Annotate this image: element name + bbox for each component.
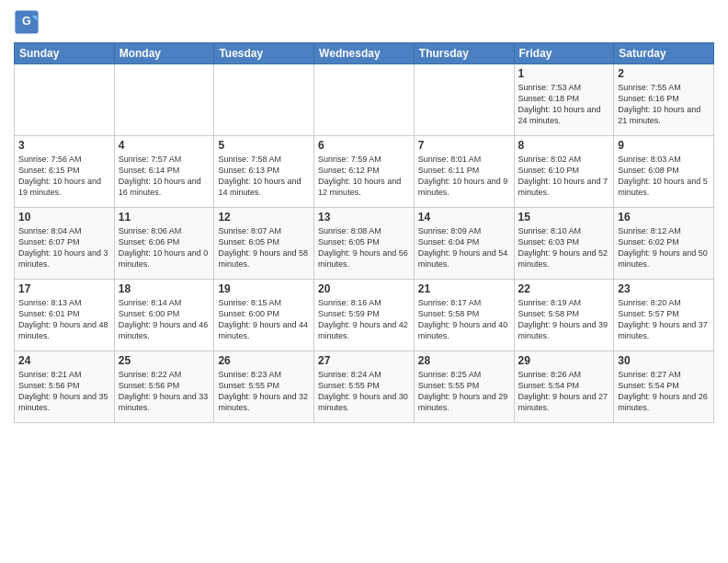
calendar-cell: 25Sunrise: 8:22 AM Sunset: 5:56 PM Dayli…: [114, 351, 214, 423]
day-number: 17: [18, 282, 110, 295]
day-number: 4: [119, 139, 210, 152]
calendar-cell: 4Sunrise: 7:57 AM Sunset: 6:14 PM Daylig…: [114, 136, 214, 208]
calendar-cell: 10Sunrise: 8:04 AM Sunset: 6:07 PM Dayli…: [15, 208, 115, 280]
day-header-sunday: Sunday: [15, 43, 115, 64]
day-number: 23: [618, 282, 710, 295]
calendar-cell: 13Sunrise: 8:08 AM Sunset: 6:05 PM Dayli…: [314, 208, 415, 280]
day-header-monday: Monday: [114, 43, 214, 64]
calendar-cell: 5Sunrise: 7:58 AM Sunset: 6:13 PM Daylig…: [214, 136, 314, 208]
calendar-cell: 28Sunrise: 8:25 AM Sunset: 5:55 PM Dayli…: [414, 351, 514, 423]
day-info: Sunrise: 8:08 AM Sunset: 6:05 PM Dayligh…: [318, 225, 410, 270]
calendar-cell: [414, 64, 514, 136]
day-header-friday: Friday: [514, 43, 614, 64]
week-row-4: 17Sunrise: 8:13 AM Sunset: 6:01 PM Dayli…: [15, 280, 714, 351]
week-row-1: 1Sunrise: 7:53 AM Sunset: 6:18 PM Daylig…: [15, 64, 714, 136]
day-number: 15: [518, 211, 610, 224]
day-info: Sunrise: 8:03 AM Sunset: 6:08 PM Dayligh…: [618, 154, 710, 199]
day-number: 27: [318, 354, 410, 367]
calendar-cell: [114, 64, 214, 136]
day-info: Sunrise: 8:04 AM Sunset: 6:07 PM Dayligh…: [18, 225, 110, 270]
week-row-5: 24Sunrise: 8:21 AM Sunset: 5:56 PM Dayli…: [15, 351, 714, 423]
calendar-cell: 9Sunrise: 8:03 AM Sunset: 6:08 PM Daylig…: [614, 136, 714, 208]
calendar-cell: 27Sunrise: 8:24 AM Sunset: 5:55 PM Dayli…: [314, 351, 415, 423]
day-info: Sunrise: 8:21 AM Sunset: 5:56 PM Dayligh…: [18, 369, 110, 414]
day-number: 11: [119, 211, 210, 224]
day-header-saturday: Saturday: [614, 43, 714, 64]
day-number: 14: [418, 211, 510, 224]
day-number: 7: [418, 139, 510, 152]
logo: G: [14, 9, 43, 35]
calendar-cell: 7Sunrise: 8:01 AM Sunset: 6:11 PM Daylig…: [414, 136, 514, 208]
day-info: Sunrise: 8:23 AM Sunset: 5:55 PM Dayligh…: [218, 369, 310, 414]
day-info: Sunrise: 8:12 AM Sunset: 6:02 PM Dayligh…: [618, 225, 710, 270]
day-info: Sunrise: 8:09 AM Sunset: 6:04 PM Dayligh…: [418, 225, 510, 270]
day-info: Sunrise: 8:13 AM Sunset: 6:01 PM Dayligh…: [18, 297, 110, 342]
day-number: 28: [418, 354, 510, 367]
day-header-thursday: Thursday: [414, 43, 514, 64]
day-info: Sunrise: 8:20 AM Sunset: 5:57 PM Dayligh…: [618, 297, 710, 342]
day-info: Sunrise: 7:57 AM Sunset: 6:14 PM Dayligh…: [119, 154, 210, 199]
logo-icon: G: [14, 9, 40, 35]
calendar-table: SundayMondayTuesdayWednesdayThursdayFrid…: [14, 42, 714, 423]
calendar-cell: 2Sunrise: 7:55 AM Sunset: 6:16 PM Daylig…: [614, 64, 714, 136]
day-info: Sunrise: 8:14 AM Sunset: 6:00 PM Dayligh…: [119, 297, 210, 342]
calendar-cell: 6Sunrise: 7:59 AM Sunset: 6:12 PM Daylig…: [314, 136, 415, 208]
calendar-cell: 12Sunrise: 8:07 AM Sunset: 6:05 PM Dayli…: [214, 208, 314, 280]
day-header-wednesday: Wednesday: [314, 43, 415, 64]
day-info: Sunrise: 8:07 AM Sunset: 6:05 PM Dayligh…: [218, 225, 310, 270]
day-info: Sunrise: 7:53 AM Sunset: 6:18 PM Dayligh…: [518, 82, 610, 127]
day-info: Sunrise: 8:06 AM Sunset: 6:06 PM Dayligh…: [119, 225, 210, 270]
calendar-cell: 16Sunrise: 8:12 AM Sunset: 6:02 PM Dayli…: [614, 208, 714, 280]
calendar-header: SundayMondayTuesdayWednesdayThursdayFrid…: [15, 43, 714, 64]
day-info: Sunrise: 8:26 AM Sunset: 5:54 PM Dayligh…: [518, 369, 610, 414]
day-info: Sunrise: 8:27 AM Sunset: 5:54 PM Dayligh…: [618, 369, 710, 414]
calendar-cell: 20Sunrise: 8:16 AM Sunset: 5:59 PM Dayli…: [314, 280, 415, 351]
day-number: 20: [318, 282, 410, 295]
calendar-cell: 3Sunrise: 7:56 AM Sunset: 6:15 PM Daylig…: [15, 136, 115, 208]
day-info: Sunrise: 8:01 AM Sunset: 6:11 PM Dayligh…: [418, 154, 510, 199]
calendar-cell: 15Sunrise: 8:10 AM Sunset: 6:03 PM Dayli…: [514, 208, 614, 280]
calendar-cell: [314, 64, 415, 136]
day-number: 3: [18, 139, 110, 152]
calendar-cell: 22Sunrise: 8:19 AM Sunset: 5:58 PM Dayli…: [514, 280, 614, 351]
calendar-cell: 11Sunrise: 8:06 AM Sunset: 6:06 PM Dayli…: [114, 208, 214, 280]
calendar-cell: [15, 64, 115, 136]
calendar-cell: 26Sunrise: 8:23 AM Sunset: 5:55 PM Dayli…: [214, 351, 314, 423]
day-number: 9: [618, 139, 710, 152]
day-info: Sunrise: 8:22 AM Sunset: 5:56 PM Dayligh…: [119, 369, 210, 414]
calendar-cell: 30Sunrise: 8:27 AM Sunset: 5:54 PM Dayli…: [614, 351, 714, 423]
day-number: 5: [218, 139, 310, 152]
calendar-body: 1Sunrise: 7:53 AM Sunset: 6:18 PM Daylig…: [15, 64, 714, 423]
week-row-3: 10Sunrise: 8:04 AM Sunset: 6:07 PM Dayli…: [15, 208, 714, 280]
page-container: G SundayMondayTuesdayWednesdayThursdayFr…: [0, 0, 728, 432]
day-info: Sunrise: 8:24 AM Sunset: 5:55 PM Dayligh…: [318, 369, 410, 414]
day-info: Sunrise: 8:16 AM Sunset: 5:59 PM Dayligh…: [318, 297, 410, 342]
day-number: 29: [518, 354, 610, 367]
day-info: Sunrise: 7:58 AM Sunset: 6:13 PM Dayligh…: [218, 154, 310, 199]
day-number: 18: [119, 282, 210, 295]
day-info: Sunrise: 7:55 AM Sunset: 6:16 PM Dayligh…: [618, 82, 710, 127]
day-number: 30: [618, 354, 710, 367]
day-number: 10: [18, 211, 110, 224]
day-number: 19: [218, 282, 310, 295]
calendar-cell: 8Sunrise: 8:02 AM Sunset: 6:10 PM Daylig…: [514, 136, 614, 208]
page-header: G: [14, 9, 714, 35]
day-number: 8: [518, 139, 610, 152]
calendar-cell: 29Sunrise: 8:26 AM Sunset: 5:54 PM Dayli…: [514, 351, 614, 423]
calendar-cell: 24Sunrise: 8:21 AM Sunset: 5:56 PM Dayli…: [15, 351, 115, 423]
day-number: 1: [518, 67, 610, 80]
day-number: 24: [18, 354, 110, 367]
day-info: Sunrise: 7:59 AM Sunset: 6:12 PM Dayligh…: [318, 154, 410, 199]
calendar-cell: 21Sunrise: 8:17 AM Sunset: 5:58 PM Dayli…: [414, 280, 514, 351]
day-info: Sunrise: 7:56 AM Sunset: 6:15 PM Dayligh…: [18, 154, 110, 199]
calendar-cell: 17Sunrise: 8:13 AM Sunset: 6:01 PM Dayli…: [15, 280, 115, 351]
day-number: 13: [318, 211, 410, 224]
week-row-2: 3Sunrise: 7:56 AM Sunset: 6:15 PM Daylig…: [15, 136, 714, 208]
day-info: Sunrise: 8:19 AM Sunset: 5:58 PM Dayligh…: [518, 297, 610, 342]
calendar-cell: 1Sunrise: 7:53 AM Sunset: 6:18 PM Daylig…: [514, 64, 614, 136]
day-info: Sunrise: 8:02 AM Sunset: 6:10 PM Dayligh…: [518, 154, 610, 199]
day-number: 26: [218, 354, 310, 367]
svg-text:G: G: [22, 15, 31, 28]
day-number: 25: [119, 354, 210, 367]
day-info: Sunrise: 8:15 AM Sunset: 6:00 PM Dayligh…: [218, 297, 310, 342]
